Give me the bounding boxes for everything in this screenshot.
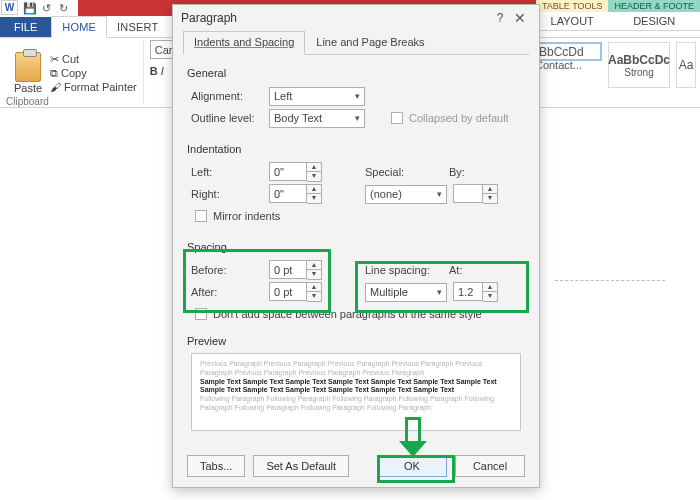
contextual-tabs: TABLE TOOLS LAYOUT HEADER & FOOTE DESIGN bbox=[536, 0, 700, 38]
tabs-button[interactable]: Tabs... bbox=[187, 455, 245, 477]
spinner-buttons[interactable]: ▲▼ bbox=[483, 282, 498, 302]
headerfooter-tools-header: HEADER & FOOTE bbox=[608, 0, 700, 12]
alignment-label: Alignment: bbox=[191, 90, 263, 102]
tab-file[interactable]: FILE bbox=[0, 17, 51, 37]
section-preview: Preview bbox=[187, 335, 521, 347]
dialog-body: General Alignment: Left▾ Outline level: … bbox=[173, 55, 539, 439]
clipboard-icon bbox=[15, 52, 41, 82]
by-spinner[interactable]: ▲▼ bbox=[453, 184, 498, 204]
tab-insert[interactable]: INSERT bbox=[107, 17, 168, 37]
mirror-indents-label: Mirror indents bbox=[213, 210, 280, 222]
paste-label: Paste bbox=[14, 82, 42, 94]
preview-sample: Sample Text Sample Text Sample Text Samp… bbox=[200, 378, 512, 396]
indent-right-spinner[interactable]: 0"▲▼ bbox=[269, 184, 322, 204]
cut-label: Cut bbox=[62, 53, 79, 65]
paragraph-dialog: Paragraph ? ✕ Indents and Spacing Line a… bbox=[172, 4, 540, 488]
no-space-same-style-label: Don't add space between paragraphs of th… bbox=[213, 308, 482, 320]
cut-button[interactable]: ✂Cut bbox=[50, 53, 137, 66]
section-spacing: Spacing bbox=[187, 241, 521, 253]
collapsed-checkbox bbox=[391, 112, 403, 124]
line-spacing-select[interactable]: Multiple▾ bbox=[365, 283, 447, 302]
scissors-icon: ✂ bbox=[50, 53, 59, 66]
mirror-indents-checkbox[interactable] bbox=[195, 210, 207, 222]
style-name: Strong bbox=[624, 67, 653, 78]
indent-right-value: 0" bbox=[269, 184, 307, 203]
line-spacing-label: Line spacing: bbox=[365, 264, 443, 276]
style-sample: AaBbCcDc bbox=[608, 53, 670, 67]
spinner-buttons[interactable]: ▲▼ bbox=[307, 184, 322, 204]
tab-home[interactable]: HOME bbox=[51, 16, 107, 38]
spinner-buttons[interactable]: ▲▼ bbox=[307, 162, 322, 182]
chevron-down-icon: ▾ bbox=[437, 189, 442, 199]
preview-before: Previous Paragraph Previous Paragraph Pr… bbox=[200, 360, 512, 378]
spinner-buttons[interactable]: ▲▼ bbox=[483, 184, 498, 204]
section-general: General bbox=[187, 67, 521, 79]
dialog-titlebar: Paragraph ? ✕ bbox=[173, 5, 539, 31]
alignment-select[interactable]: Left▾ bbox=[269, 87, 365, 106]
chevron-down-icon: ▾ bbox=[355, 91, 360, 101]
copy-label: Copy bbox=[61, 67, 87, 79]
at-label: At: bbox=[449, 264, 462, 276]
tab-label: Line and Page Breaks bbox=[316, 36, 424, 48]
at-value: 1.2 bbox=[453, 282, 483, 301]
indent-right-label: Right: bbox=[191, 188, 263, 200]
after-label: After: bbox=[191, 286, 263, 298]
chevron-down-icon: ▾ bbox=[355, 113, 360, 123]
format-painter-label: Format Painter bbox=[64, 81, 137, 93]
italic-button[interactable]: I bbox=[161, 65, 164, 77]
preview-box: Previous Paragraph Previous Paragraph Pr… bbox=[191, 353, 521, 431]
copy-icon: ⧉ bbox=[50, 67, 58, 80]
special-label: Special: bbox=[365, 166, 443, 178]
undo-icon[interactable]: ↺ bbox=[39, 1, 54, 15]
app-icon: W bbox=[1, 0, 18, 15]
tab-indents-spacing[interactable]: Indents and Spacing bbox=[183, 31, 305, 55]
bold-button[interactable]: B bbox=[150, 65, 158, 77]
indent-left-spinner[interactable]: 0"▲▼ bbox=[269, 162, 322, 182]
spinner-buttons[interactable]: ▲▼ bbox=[307, 282, 322, 302]
redo-icon[interactable]: ↻ bbox=[56, 1, 71, 15]
table-edge bbox=[555, 280, 665, 281]
save-icon[interactable]: 💾 bbox=[22, 1, 37, 15]
alignment-value: Left bbox=[274, 90, 292, 102]
before-spinner[interactable]: 0 pt▲▼ bbox=[269, 260, 322, 280]
close-icon[interactable]: ✕ bbox=[509, 10, 531, 26]
indent-left-label: Left: bbox=[191, 166, 263, 178]
copy-button[interactable]: ⧉Copy bbox=[50, 67, 137, 80]
by-value bbox=[453, 184, 483, 203]
indent-left-value: 0" bbox=[269, 162, 307, 181]
line-spacing-value: Multiple bbox=[370, 286, 408, 298]
format-painter-button[interactable]: 🖌Format Painter bbox=[50, 81, 137, 93]
tab-hf-design[interactable]: DESIGN bbox=[608, 12, 700, 31]
special-value: (none) bbox=[370, 188, 402, 200]
table-tools-header: TABLE TOOLS bbox=[536, 0, 609, 12]
ok-button[interactable]: OK bbox=[377, 455, 447, 477]
cancel-button[interactable]: Cancel bbox=[455, 455, 525, 477]
tab-label: Indents and Spacing bbox=[194, 36, 294, 48]
paste-button[interactable]: Paste bbox=[10, 52, 46, 94]
tab-table-layout[interactable]: LAYOUT bbox=[536, 12, 609, 31]
spinner-buttons[interactable]: ▲▼ bbox=[307, 260, 322, 280]
outline-level-select[interactable]: Body Text▾ bbox=[269, 109, 365, 128]
quick-access-toolbar: 💾 ↺ ↻ bbox=[19, 0, 74, 16]
dialog-tabs: Indents and Spacing Line and Page Breaks bbox=[183, 31, 529, 55]
set-default-button[interactable]: Set As Default bbox=[253, 455, 349, 477]
style-item-4[interactable]: Aa bbox=[676, 42, 696, 88]
style-sample: Aa bbox=[679, 58, 694, 72]
outline-value: Body Text bbox=[274, 112, 322, 124]
preview-after: Following Paragraph Following Paragraph … bbox=[200, 395, 512, 413]
after-spinner[interactable]: 0 pt▲▼ bbox=[269, 282, 322, 302]
help-icon[interactable]: ? bbox=[491, 11, 509, 25]
after-value: 0 pt bbox=[269, 282, 307, 301]
outline-level-label: Outline level: bbox=[191, 112, 263, 124]
brush-icon: 🖌 bbox=[50, 81, 61, 93]
tab-line-page-breaks[interactable]: Line and Page Breaks bbox=[305, 31, 435, 54]
before-label: Before: bbox=[191, 264, 263, 276]
style-item-strong[interactable]: AaBbCcDcStrong bbox=[608, 42, 670, 88]
by-label: By: bbox=[449, 166, 465, 178]
no-space-same-style-checkbox[interactable] bbox=[195, 308, 207, 320]
section-indentation: Indentation bbox=[187, 143, 521, 155]
at-spinner[interactable]: 1.2▲▼ bbox=[453, 282, 498, 302]
special-select[interactable]: (none)▾ bbox=[365, 185, 447, 204]
dialog-buttons: Tabs... Set As Default OK Cancel bbox=[187, 455, 525, 477]
chevron-down-icon: ▾ bbox=[437, 287, 442, 297]
